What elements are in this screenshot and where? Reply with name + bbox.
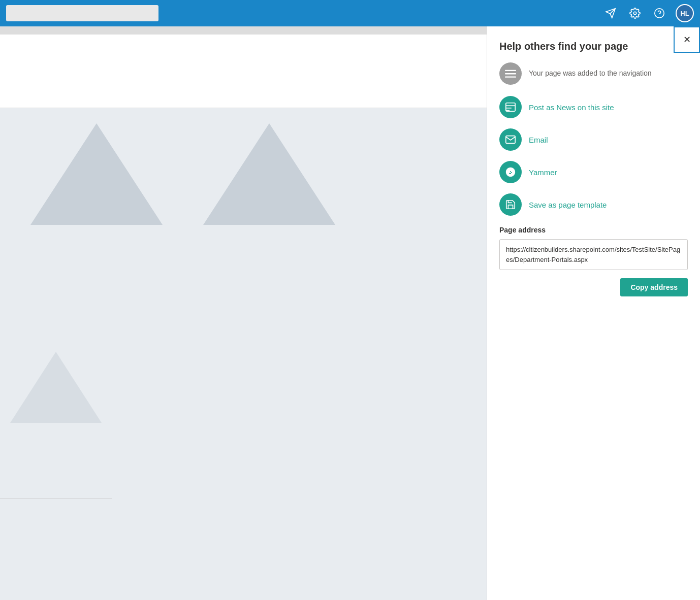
close-button[interactable]: ✕ — [674, 26, 700, 53]
help-panel: ✕ Help others find your page Your page w… — [487, 26, 700, 600]
svg-rect-4 — [505, 73, 516, 74]
email-action[interactable]: Email — [499, 128, 688, 151]
nav-notice: Your page was added to the navigation — [499, 62, 688, 85]
yammer-icon — [499, 161, 522, 183]
search-bar[interactable] — [6, 5, 158, 21]
save-template-icon — [499, 193, 522, 216]
top-bar: HL — [0, 0, 700, 26]
email-label: Email — [529, 136, 548, 144]
yammer-label: Yammer — [529, 168, 557, 177]
triangle-2 — [203, 123, 335, 225]
svg-point-0 — [633, 12, 637, 15]
avatar[interactable]: HL — [676, 4, 694, 22]
top-bar-left — [6, 5, 158, 21]
top-bar-right: HL — [602, 4, 694, 22]
post-news-action[interactable]: Post as News on this site — [499, 96, 688, 118]
nav-notice-text: Your page was added to the navigation — [529, 69, 652, 79]
post-news-label: Post as News on this site — [529, 103, 614, 112]
svg-rect-5 — [505, 77, 516, 78]
header-bar — [0, 26, 487, 35]
white-section — [0, 35, 487, 108]
page-area — [0, 26, 487, 600]
mid-section — [0, 108, 487, 311]
yammer-action[interactable]: Yammer — [499, 161, 688, 183]
bottom-divider — [0, 498, 112, 498]
page-address-box: https://citizenbuilders.sharepoint.com/s… — [499, 239, 688, 270]
lower-section — [0, 311, 487, 600]
panel-title: Help others find your page — [499, 41, 688, 52]
main-content: ✕ Help others find your page Your page w… — [0, 26, 700, 600]
svg-point-1 — [655, 9, 664, 18]
post-news-icon — [499, 96, 522, 118]
triangle-3 — [10, 352, 102, 423]
save-template-label: Save as page template — [529, 201, 607, 209]
email-icon — [499, 128, 522, 151]
nav-menu-icon — [499, 62, 522, 85]
settings-icon[interactable] — [627, 5, 643, 21]
close-icon: ✕ — [683, 34, 691, 45]
copy-address-button[interactable]: Copy address — [620, 278, 688, 296]
share-icon[interactable] — [602, 5, 619, 21]
page-address-label: Page address — [499, 226, 688, 234]
help-icon[interactable] — [651, 5, 667, 21]
svg-rect-3 — [505, 70, 516, 71]
save-template-action[interactable]: Save as page template — [499, 193, 688, 216]
triangle-1 — [30, 123, 163, 225]
